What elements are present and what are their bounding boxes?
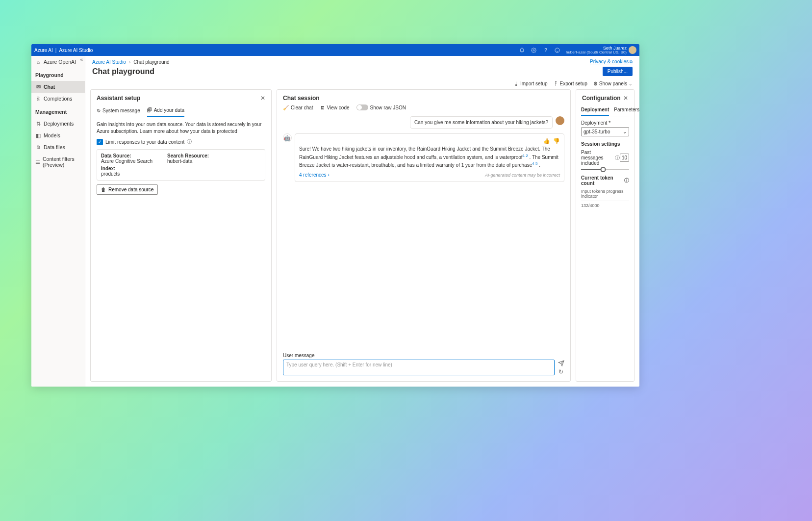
close-icon[interactable]: ✕ (260, 95, 265, 102)
configuration-panel: Configuration ✕ Deployment Parameters De… (576, 89, 634, 382)
data-icon: 🗐 (147, 107, 152, 113)
tool-label: Export setup (560, 81, 587, 86)
privacy-link[interactable]: Privacy & cookies⧉ (590, 59, 633, 64)
chevron-down-icon: ⌄ (623, 129, 627, 134)
chat-session-panel: Chat session 🧹 Clear chat 🗎 View code (277, 89, 571, 382)
tab-label: System message (102, 108, 140, 113)
index-value: products (101, 171, 261, 177)
user-message: Can you give me some information about y… (283, 116, 564, 129)
files-icon: 🗎 (35, 144, 41, 150)
models-icon: ◧ (35, 132, 41, 138)
info-icon[interactable]: ⓘ (187, 138, 192, 145)
nav-label: Chat (44, 84, 55, 90)
tool-label: Import setup (520, 81, 548, 86)
tool-label: Show panels (599, 81, 627, 86)
help-icon[interactable]: ? (542, 47, 549, 53)
tab-parameters[interactable]: Parameters (614, 104, 639, 116)
assist-description: Gain insights into your own data source.… (97, 121, 265, 134)
page-title: Chat playground (92, 67, 154, 76)
settings-icon[interactable] (531, 47, 537, 53)
show-panels-button[interactable]: ⚙ Show panels ⌄ (593, 81, 633, 86)
panel-title: Chat session (283, 95, 320, 102)
data-source-value: Azure Cognitive Search (101, 158, 152, 164)
close-icon[interactable]: ✕ (623, 95, 628, 102)
assistant-setup-panel: Assistant setup ✕ ↻ System message 🗐 Add… (90, 89, 272, 382)
user-subscription: hubert-azai (South Central US, S0) (566, 51, 627, 54)
thumbs-down-icon[interactable]: 👎 (553, 138, 560, 144)
limit-responses-checkbox[interactable]: ✓ (97, 139, 103, 145)
topbar: Azure AI | Azure AI Studio ? Seth Juarez… (31, 44, 639, 56)
remove-data-source-button[interactable]: 🗑 Remove data source (97, 184, 158, 195)
token-count-value: 132/4000 (581, 203, 600, 208)
user-message-input[interactable]: Type user query here. (Shift + Enter for… (283, 360, 555, 375)
collapse-sidebar-icon[interactable]: « (80, 57, 83, 62)
feedback-icon[interactable] (554, 47, 561, 53)
setup-toolbar: ⭳ Import setup ⭱ Export setup ⚙ Show pan… (85, 81, 639, 89)
messages-area: Can you give me some information about y… (277, 114, 570, 350)
citation[interactable]: 4 5 (532, 161, 537, 166)
data-source-label: Data Source: (101, 153, 152, 158)
select-value: gpt-35-turbo (584, 129, 610, 134)
toggle-switch[interactable] (356, 104, 368, 110)
panel-title: Configuration (582, 95, 621, 102)
user-message-text: Can you give me some information about y… (410, 116, 553, 129)
show-raw-json-toggle[interactable]: Show raw JSON (356, 104, 406, 110)
main: Azure AI Studio › Chat playground Privac… (85, 56, 639, 387)
info-icon[interactable]: ⓘ (624, 177, 629, 184)
panel-title: Assistant setup (97, 95, 140, 102)
nav-deployments[interactable]: ⇅ Deployments (31, 118, 85, 130)
breadcrumb: Azure AI Studio › Chat playground Privac… (85, 56, 639, 65)
tab-deployment[interactable]: Deployment (581, 104, 609, 116)
citation[interactable]: 1 2 (523, 154, 528, 158)
avatar (629, 46, 636, 54)
nav-label: Content filters (Preview) (43, 156, 81, 168)
nav-label: Data files (44, 144, 65, 150)
nav-content-filters[interactable]: ☰ Content filters (Preview) (31, 153, 85, 171)
notifications-icon[interactable] (519, 47, 526, 53)
nav-completions[interactable]: ⎘ Completions (31, 93, 85, 104)
tab-system-message[interactable]: ↻ System message (97, 104, 140, 117)
past-messages-label: Past messages included (581, 150, 613, 166)
tool-label: Clear chat (291, 105, 313, 110)
deployment-select[interactable]: gpt-35-turbo ⌄ (581, 127, 629, 136)
ai-message: 🤖 👍 👎 Sure! We have two hiking jackets i… (283, 133, 564, 182)
nav-header-management: Management (31, 104, 85, 118)
limit-responses-label: Limit responses to your data content (105, 139, 184, 145)
tool-label: Show raw JSON (370, 105, 406, 110)
nav-azure-openai[interactable]: ⌂ Azure OpenAI (31, 56, 85, 68)
chevron-right-icon: › (328, 172, 330, 178)
user-menu[interactable]: Seth Juarez hubert-azai (South Central U… (566, 46, 636, 54)
tab-add-your-data[interactable]: 🗐 Add your data (147, 104, 184, 117)
nav-models[interactable]: ◧ Models (31, 130, 85, 141)
filter-icon: ☰ (35, 159, 40, 165)
nav-chat[interactable]: ✉ Chat (31, 81, 85, 93)
clear-chat-button[interactable]: 🧹 Clear chat (283, 105, 313, 110)
export-icon: ⭱ (554, 81, 558, 86)
external-link-icon: ⧉ (630, 59, 633, 64)
nav-data-files[interactable]: 🗎 Data files (31, 141, 85, 153)
past-messages-slider[interactable] (581, 169, 629, 170)
import-icon: ⭳ (514, 81, 519, 86)
regenerate-icon[interactable]: ↻ (558, 368, 564, 375)
thumbs-up-icon[interactable]: 👍 (543, 138, 550, 144)
brand-azure-ai-studio[interactable]: Azure AI Studio (59, 48, 93, 53)
info-icon[interactable]: ⓘ (615, 155, 620, 161)
user-avatar (556, 116, 564, 125)
publish-button[interactable]: Publish... (603, 67, 633, 76)
index-label: Index: (101, 166, 261, 171)
view-code-button[interactable]: 🗎 View code (320, 105, 350, 110)
past-messages-input[interactable]: 10 (620, 154, 629, 162)
search-resource-label: Search Resource: (167, 153, 209, 158)
export-setup-button[interactable]: ⭱ Export setup (554, 81, 587, 86)
deployment-label: Deployment * (581, 120, 629, 126)
references-link[interactable]: 4 references › (299, 172, 330, 178)
code-icon: 🗎 (320, 105, 325, 110)
brand-azure-ai[interactable]: Azure AI (34, 48, 53, 53)
tab-label: Add your data (154, 107, 184, 113)
import-setup-button[interactable]: ⭳ Import setup (514, 81, 548, 86)
send-icon[interactable] (558, 360, 564, 366)
breadcrumb-root[interactable]: Azure AI Studio (92, 59, 126, 65)
nav-label: Models (44, 132, 60, 138)
tool-label: View code (327, 105, 350, 110)
refresh-icon: ↻ (97, 108, 101, 113)
